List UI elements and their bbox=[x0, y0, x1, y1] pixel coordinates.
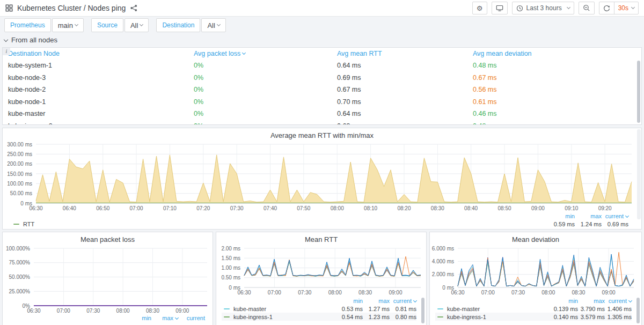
legend-series-RTT[interactable]: RTT bbox=[11, 221, 548, 227]
share-icon[interactable] bbox=[130, 4, 138, 12]
variable-value: All bbox=[207, 21, 215, 29]
legend-series-row: kube-master0.53 ms1.27 ms0.81 ms bbox=[222, 305, 416, 313]
svg-text:09:00: 09:00 bbox=[602, 290, 616, 296]
svg-text:07:10: 07:10 bbox=[163, 205, 177, 211]
legend-series-label: kube-master bbox=[233, 306, 266, 312]
cycle-view-button[interactable] bbox=[492, 2, 508, 14]
legend-series-label: RTT bbox=[23, 221, 34, 227]
svg-text:75.000%: 75.000% bbox=[9, 260, 31, 265]
svg-text:09:00: 09:00 bbox=[389, 290, 402, 296]
cell-mean-deviation: 0.48 ms bbox=[473, 120, 496, 125]
settings-button[interactable]: ⚙ bbox=[472, 2, 487, 14]
legend-value-current: 1.305 ms bbox=[605, 314, 632, 320]
svg-text:06:30: 06:30 bbox=[237, 290, 251, 296]
chart-mean-deviation[interactable]: 0 ms2.000 ms4.000 ms6.000 ms06:3007:0007… bbox=[430, 246, 641, 299]
svg-text:07:00: 07:00 bbox=[481, 290, 495, 296]
cell-packet-loss: 0% bbox=[194, 72, 203, 84]
svg-text:300.00 ms: 300.00 ms bbox=[7, 142, 32, 147]
legend-header-row: minmaxcurrent bbox=[8, 314, 205, 322]
legend-series-kube-ingress-1[interactable]: kube-ingress-1 bbox=[435, 314, 551, 320]
legend-header-max[interactable]: max bbox=[363, 298, 390, 304]
chevron-down-icon bbox=[75, 22, 78, 26]
table-row: kube-node-20%0.67 ms0.56 ms bbox=[3, 84, 641, 96]
legend-value-max: 1.27 ms bbox=[363, 306, 390, 312]
panel-title[interactable]: Mean deviation bbox=[430, 232, 641, 246]
legend-value-current: 0.69 ms bbox=[602, 221, 628, 227]
row-toggle-from-all-nodes[interactable]: From all nodes bbox=[3, 34, 57, 45]
cell-node: kube-node-1 bbox=[8, 96, 46, 108]
cell-mean-rtt: 0.64 ms bbox=[337, 60, 361, 72]
variable-value: All bbox=[130, 21, 138, 29]
table-panel: i Destination Node Avg packet loss Avg m… bbox=[2, 47, 642, 125]
legend-header-min[interactable]: min bbox=[551, 298, 578, 304]
svg-text:07:40: 07:40 bbox=[264, 205, 277, 211]
cell-node: kube-node-3 bbox=[8, 72, 46, 84]
legend-header-current[interactable]: current bbox=[602, 213, 628, 219]
cell-packet-loss: 0% bbox=[194, 120, 203, 125]
dashboard-title[interactable]: Kubernetes Cluster / Nodes ping bbox=[17, 4, 126, 12]
chart-mean-packet-loss[interactable]: 0%25.000%50.000%75.000%100.000%06:3007:0… bbox=[3, 246, 213, 316]
legend-scrollbar[interactable] bbox=[421, 298, 425, 323]
zoom-out-button[interactable] bbox=[579, 2, 595, 14]
legend-value-max: 3.790 ms bbox=[578, 306, 605, 312]
legend-header-min[interactable]: min bbox=[336, 298, 363, 304]
legend-series-row: kube-ingress-10.54 ms1.23 ms0.80 ms bbox=[222, 313, 416, 321]
svg-text:2.00 ms: 2.00 ms bbox=[221, 246, 240, 252]
legend-header-current[interactable]: current bbox=[605, 298, 632, 304]
legend-header-max[interactable]: max bbox=[151, 315, 178, 321]
variable-label-source: Source bbox=[91, 18, 123, 32]
svg-text:08:30: 08:30 bbox=[146, 308, 159, 314]
legend-header-min[interactable]: min bbox=[548, 213, 575, 219]
legend-series-row: RTT0.59 ms1.24 ms0.69 ms bbox=[11, 220, 628, 228]
panel-scrollbar[interactable] bbox=[637, 129, 641, 219]
svg-text:09:20: 09:20 bbox=[598, 205, 612, 211]
table-header-avg-mean-rtt[interactable]: Avg mean RTT bbox=[337, 48, 382, 60]
cell-node: kube-master bbox=[8, 108, 45, 120]
legend-header-min[interactable]: min bbox=[125, 315, 151, 321]
legend-series-kube-ingress-1[interactable]: kube-ingress-1 bbox=[222, 314, 336, 320]
svg-text:07:20: 07:20 bbox=[196, 205, 210, 211]
legend-header-current[interactable]: current bbox=[178, 315, 205, 321]
legend-header-max[interactable]: max bbox=[575, 213, 602, 219]
legend-header-max[interactable]: max bbox=[578, 298, 605, 304]
legend-mean-rtt: minmaxcurrentkube-master0.53 ms1.27 ms0.… bbox=[222, 297, 416, 321]
table-header-avg-mean-deviation[interactable]: Avg mean deviation bbox=[473, 48, 532, 60]
sort-chevron-icon bbox=[625, 213, 629, 217]
panel-title[interactable]: Mean RTT bbox=[216, 232, 426, 246]
svg-text:06:50: 06:50 bbox=[96, 205, 109, 211]
legend-avg-mean-rtt: minmaxcurrentRTT0.59 ms1.24 ms0.69 ms bbox=[11, 212, 628, 228]
cell-node: kube-system-1 bbox=[8, 60, 52, 72]
svg-text:50.000%: 50.000% bbox=[9, 274, 31, 280]
legend-series-row: kube-master0.139 ms3.790 ms1.406 ms bbox=[435, 305, 632, 313]
cell-packet-loss: 0% bbox=[194, 84, 203, 96]
sort-chevron-icon bbox=[242, 50, 246, 54]
table-header-destination-node[interactable]: Destination Node bbox=[8, 48, 60, 60]
gear-icon: ⚙ bbox=[477, 4, 483, 12]
variable-select-destination[interactable]: All bbox=[201, 18, 225, 32]
panel-title[interactable]: Average mean RTT with min/max bbox=[3, 128, 641, 142]
table-header-avg-packet-loss[interactable]: Avg packet loss bbox=[194, 48, 245, 60]
time-range-picker[interactable]: Last 3 hours bbox=[512, 2, 574, 14]
panel-title[interactable]: Mean packet loss bbox=[3, 232, 213, 246]
refresh-interval-dropdown[interactable]: 30s bbox=[614, 2, 638, 14]
legend-value-min: 0.59 ms bbox=[548, 221, 575, 227]
chart-avg-mean-rtt[interactable]: 0 ms50.00 ms100.00 ms150.00 ms200.00 ms2… bbox=[3, 142, 641, 215]
cell-node: kube-ingress-2 bbox=[8, 120, 53, 125]
svg-text:09:00: 09:00 bbox=[175, 308, 189, 314]
legend-header-current[interactable]: current bbox=[390, 298, 416, 304]
sort-chevron-icon bbox=[628, 298, 632, 302]
refresh-button[interactable] bbox=[599, 2, 614, 14]
table-scrollbar[interactable] bbox=[637, 61, 640, 123]
variable-select-prometheus[interactable]: main bbox=[52, 18, 84, 32]
svg-text:08:20: 08:20 bbox=[397, 205, 411, 211]
variable-select-source[interactable]: All bbox=[125, 18, 149, 32]
legend-series-kube-master[interactable]: kube-master bbox=[222, 306, 336, 312]
legend-scrollbar[interactable] bbox=[636, 298, 640, 323]
cell-mean-deviation: 0.48 ms bbox=[473, 60, 496, 72]
cell-mean-deviation: 0.46 ms bbox=[473, 108, 496, 120]
svg-text:08:30: 08:30 bbox=[572, 290, 585, 296]
legend-series-label: kube-master bbox=[447, 306, 480, 312]
legend-series-kube-master[interactable]: kube-master bbox=[435, 306, 551, 312]
chart-mean-rtt[interactable]: 0 ms0.50 ms1.00 ms1.50 ms2.00 ms06:3007:… bbox=[216, 246, 426, 299]
panel-info-icon[interactable]: i bbox=[3, 48, 10, 55]
